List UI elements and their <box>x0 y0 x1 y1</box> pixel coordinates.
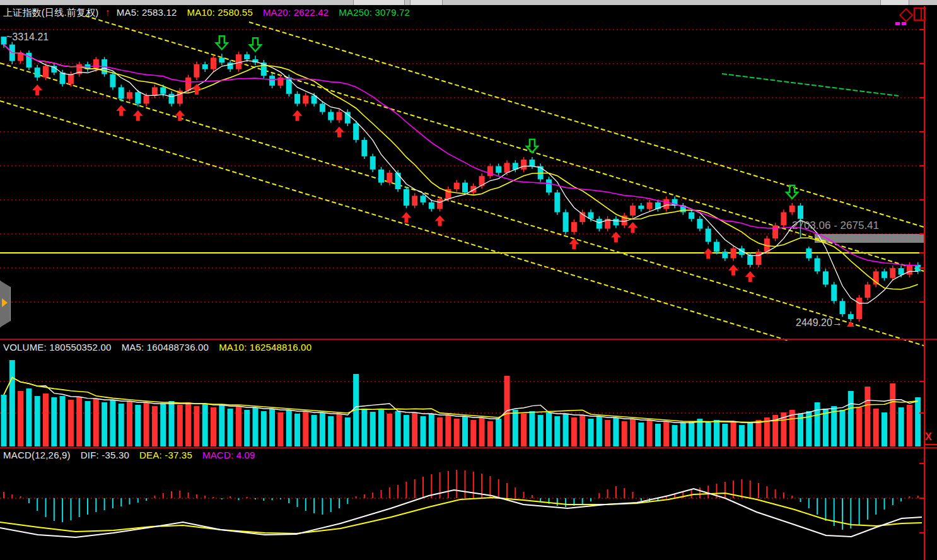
main-chart-header: 上证指数(日线.前复权) ↑ MA5: 2583.12 MA10: 2580.5… <box>3 7 410 19</box>
diamond-tool-icon[interactable] <box>900 9 912 21</box>
period-high-label: ~3314.21 <box>6 32 49 43</box>
sidebar-expander-tab[interactable] <box>0 281 11 327</box>
volume-ma5-readout: MA5: 160488736.00 <box>122 342 209 353</box>
gap-range-label: 2703.06 - 2675.41 <box>792 219 879 232</box>
dif-readout: DIF: -35.30 <box>81 450 129 460</box>
drawing-tool-icons <box>893 6 934 32</box>
macd-header: MACD(12,26,9) DIF: -35.30 DEA: -37.35 MA… <box>3 450 255 460</box>
macd-readout: MACD: 4.09 <box>202 450 255 460</box>
dea-readout: DEA: -37.35 <box>139 450 192 460</box>
volume-header: VOLUME: 180550352.00 MA5: 160488736.00 M… <box>3 342 311 353</box>
ma20-readout: MA20: 2622.42 <box>263 7 329 19</box>
ma10-readout: MA10: 2580.55 <box>187 7 253 19</box>
buy-signal-icon: ↑ <box>105 7 110 19</box>
period-low-label: 2449.20→ <box>796 317 842 329</box>
tool-icons-canvas <box>893 6 934 29</box>
magenta-marker-dot <box>895 22 900 25</box>
expand-right-icon <box>2 298 8 307</box>
volume-ma10-readout: MA10: 162548816.00 <box>219 342 311 353</box>
volume-readout: VOLUME: 180550352.00 <box>3 342 112 353</box>
window-tool-icon[interactable] <box>914 8 925 20</box>
ma5-readout: MA5: 2583.12 <box>117 7 177 19</box>
symbol-title[interactable]: 上证指数(日线.前复权) <box>3 7 99 19</box>
magenta-marker-dot <box>902 22 906 25</box>
trading-app-window: 上证指数(日线.前复权) ↑ MA5: 2583.12 MA10: 2580.5… <box>0 0 937 560</box>
macd-params: MACD(12,26,9) <box>3 450 71 460</box>
ma250-readout: MA250: 3079.72 <box>339 7 410 19</box>
corner-x-label[interactable]: X <box>925 431 932 443</box>
chart-canvas[interactable] <box>0 0 937 560</box>
